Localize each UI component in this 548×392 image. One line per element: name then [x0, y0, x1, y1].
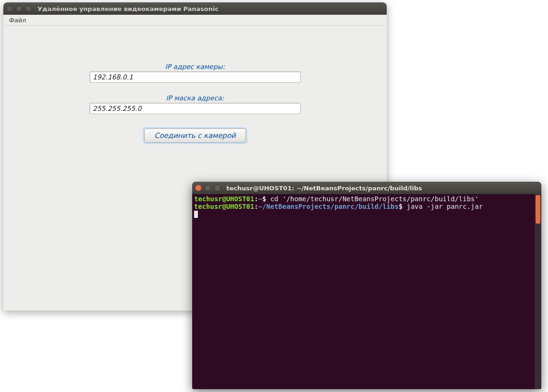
prompt-user: techusr@UHOST01: [194, 203, 254, 210]
maximize-icon[interactable]: [214, 185, 221, 191]
close-icon[interactable]: [195, 185, 202, 191]
terminal-command: cd '/home/techusr/NetBeansProjects/panrc…: [270, 195, 479, 203]
terminal-scrollbar[interactable]: [535, 194, 541, 389]
minimize-icon[interactable]: [16, 5, 22, 12]
maximize-icon[interactable]: [25, 5, 32, 12]
close-icon[interactable]: [6, 5, 13, 12]
menu-file[interactable]: Файл: [6, 16, 29, 24]
app-titlebar[interactable]: Удалённое управление видеокамерами Panas…: [3, 2, 387, 15]
label-ip-address: IP адрес камеры:: [86, 63, 304, 70]
terminal-line: techusr@UHOST01:~/NetBeansProjects/panrc…: [194, 203, 539, 210]
cursor-icon: [194, 211, 198, 218]
terminal-titlebar[interactable]: techusr@UHOST01: ~/NetBeansProjects/panr…: [192, 182, 541, 194]
terminal-body[interactable]: techusr@UHOST01:~$ cd '/home/techusr/Net…: [192, 194, 541, 389]
app-title: Удалённое управление видеокамерами Panas…: [38, 5, 218, 12]
ip-address-input[interactable]: [89, 71, 301, 83]
prompt-dollar: $: [262, 195, 270, 203]
prompt-sep: :: [254, 203, 258, 210]
terminal-command: java -jar panrc.jar: [407, 203, 483, 210]
prompt-path: ~/NetBeansProjects/panrc/build/libs: [258, 203, 399, 210]
terminal-cursor-line: [194, 210, 539, 218]
ip-mask-input[interactable]: [89, 103, 301, 114]
prompt-user: techusr@UHOST01: [194, 195, 254, 203]
prompt-sep: :: [254, 195, 258, 203]
menubar: Файл: [3, 15, 387, 26]
prompt-dollar: $: [399, 203, 407, 210]
scrollbar-thumb[interactable]: [536, 195, 540, 224]
terminal-line: techusr@UHOST01:~$ cd '/home/techusr/Net…: [194, 195, 539, 203]
connection-form: IP адрес камеры: IP маска адреса: Соедин…: [86, 49, 304, 143]
connect-button[interactable]: Соединить с камерой: [144, 128, 245, 143]
terminal-window: techusr@UHOST01: ~/NetBeansProjects/panr…: [192, 182, 541, 389]
label-ip-mask: IP маска адреса:: [86, 94, 304, 102]
terminal-title: techusr@UHOST01: ~/NetBeansProjects/panr…: [226, 185, 422, 192]
minimize-icon[interactable]: [205, 185, 211, 191]
